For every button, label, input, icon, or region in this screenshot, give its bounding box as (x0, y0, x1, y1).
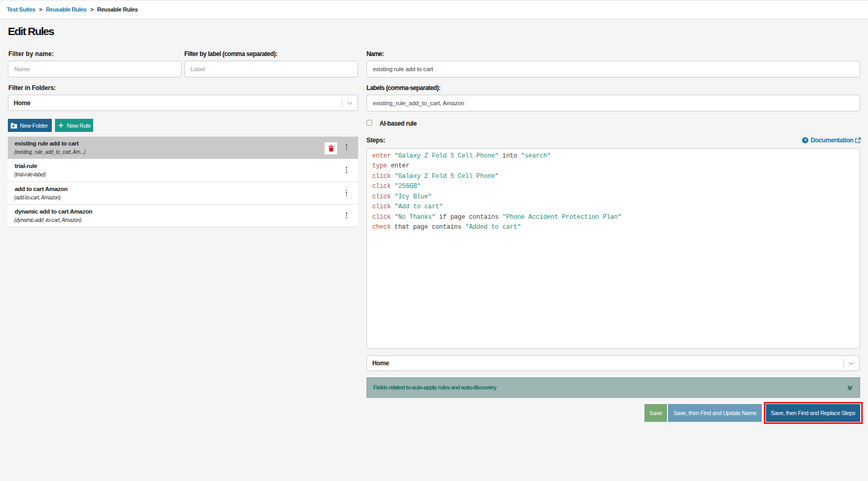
svg-text:?: ? (804, 138, 806, 143)
